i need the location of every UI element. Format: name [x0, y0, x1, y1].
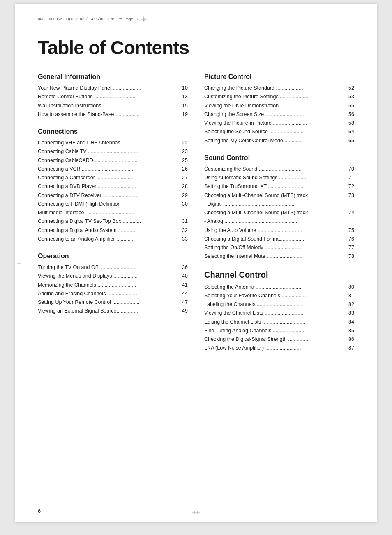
- toc-item: Connecting a VCR .......................…: [38, 165, 188, 174]
- toc-item: Viewing an External Signal Source.......…: [38, 307, 188, 315]
- toc-page: 73: [344, 191, 354, 200]
- toc-label: Selecting the Internal Mute ............…: [204, 252, 344, 261]
- toc-label: Viewing the DNIe Demonstration .........…: [204, 102, 344, 110]
- section-title-picture: Picture Control: [204, 73, 354, 81]
- right-column: Picture Control Changing the Picture Sta…: [204, 73, 354, 362]
- toc-page: 13: [178, 93, 188, 101]
- toc-page: 29: [178, 191, 188, 200]
- toc-item: Setting the My Color Control Mode.......…: [204, 137, 354, 145]
- toc-item: Choosing a Multi-Channel Sound (MTS) tra…: [204, 208, 354, 226]
- toc-item: Choosing a Digital Sound Format.........…: [204, 235, 354, 243]
- toc-item: Connecting a Digital TV Set-Top Box.....…: [38, 217, 188, 226]
- toc-label: Viewing the Channel Lists ..............…: [204, 309, 344, 317]
- toc-label: Choosing a Multi-Channel Sound (MTS) tra…: [204, 191, 344, 209]
- toc-item: Connecting a Digital Audio System ......…: [38, 226, 188, 235]
- toc-label: Connecting a Digital TV Set-Top Box.....…: [38, 217, 178, 226]
- toc-item: Viewing the DNIe Demonstration .........…: [204, 102, 354, 110]
- toc-label: Connecting Cable TV ....................…: [38, 147, 178, 156]
- toc-label: Setting the TruSurround XT..............…: [204, 182, 344, 191]
- toc-item: How to assemble the Stand-Base .........…: [38, 110, 188, 119]
- toc-item: Editing the Channel Lists ..............…: [204, 318, 354, 327]
- toc-item: Viewing the Menus and Displays .........…: [38, 272, 188, 280]
- toc-page: 27: [178, 174, 188, 182]
- section-connections: Connections Connecting VHF and UHF Anten…: [38, 128, 188, 243]
- toc-label: Connecting CableCARD ...................…: [38, 156, 178, 165]
- toc-label: Wall Installation Instructions .........…: [38, 102, 178, 110]
- page: BN68-00835A-00(002~035) 4/6/05 8:19 PM P…: [15, 4, 377, 522]
- toc-page: 71: [344, 174, 354, 182]
- toc-item: Changing the Screen Size ...............…: [204, 110, 354, 119]
- section-channel-control: Channel Control Selecting the Antenna ..…: [204, 270, 354, 353]
- toc-page: 30: [178, 200, 188, 208]
- toc-label: Turning the TV On and Off ..............…: [38, 263, 178, 272]
- toc-label: Connecting VHF and UHF Antennas ........…: [38, 139, 178, 147]
- section-title-general: General Information: [38, 73, 188, 81]
- side-mark-left: [17, 263, 21, 264]
- toc-page: 64: [344, 127, 354, 136]
- toc-item: Changing the Picture Standard ..........…: [204, 84, 354, 93]
- toc-label: Changing the Screen Size ...............…: [204, 110, 344, 119]
- toc-page: 74: [344, 208, 354, 217]
- toc-label: Editing the Channel Lists ..............…: [204, 318, 344, 327]
- toc-page: 70: [344, 165, 354, 174]
- toc-page: 81: [344, 292, 354, 300]
- toc-label: Remote Control Buttons .................…: [38, 93, 178, 101]
- toc-page: 44: [178, 290, 188, 298]
- toc-label: Connecting a DVD Player ................…: [38, 182, 178, 191]
- toc-page: 23: [178, 147, 188, 156]
- toc-page: 32: [178, 226, 188, 235]
- section-title-sound: Sound Control: [204, 154, 354, 162]
- section-general-information: General Information Your New Plasma Disp…: [38, 73, 188, 119]
- toc-page: 53: [344, 93, 354, 101]
- toc-label: Choosing a Digital Sound Format.........…: [204, 235, 344, 243]
- toc-item: Selecting Your Favorite Channels .......…: [204, 292, 354, 300]
- left-column: General Information Your New Plasma Disp…: [38, 73, 188, 362]
- toc-page: 41: [178, 281, 188, 290]
- toc-label: Connecting a Camcorder .................…: [38, 174, 178, 182]
- toc-item: Checking the Digital-Signal Strength ...…: [204, 335, 354, 344]
- toc-item: Viewing the Channel Lists ..............…: [204, 309, 354, 317]
- toc-page: 56: [344, 110, 354, 119]
- toc-label: Checking the Digital-Signal Strength ...…: [204, 335, 344, 344]
- toc-label: Adding and Erasing Channels ............…: [38, 290, 178, 298]
- toc-item: Selecting the Internal Mute ............…: [204, 252, 354, 261]
- toc-page: 49: [178, 307, 188, 315]
- toc-label: Connecting to an Analog Amplifier ......…: [38, 235, 178, 243]
- section-title-channel: Channel Control: [204, 270, 354, 280]
- header-bar: BN68-00835A-00(002~035) 4/6/05 8:19 PM P…: [38, 16, 354, 24]
- toc-item: Memorizing the Channels ................…: [38, 281, 188, 290]
- toc-label: Customizing the Picture Settings .......…: [204, 93, 344, 101]
- toc-label: Labeling the Channels...................…: [204, 300, 344, 309]
- toc-page: 83: [344, 309, 354, 317]
- page-wrapper: BN68-00835A-00(002~035) 4/6/05 8:19 PM P…: [0, 0, 392, 535]
- toc-page: 15: [178, 102, 188, 110]
- toc-page: 36: [178, 263, 188, 272]
- toc-page: 40: [178, 272, 188, 280]
- toc-item: Wall Installation Instructions .........…: [38, 102, 188, 110]
- toc-page: 47: [178, 298, 188, 307]
- toc-label: Selecting the Antenna ..................…: [204, 283, 344, 292]
- toc-item: Selecting the Antenna ..................…: [204, 283, 354, 292]
- toc-item: Connecting Cable TV ....................…: [38, 147, 188, 156]
- toc-item: Setting the TruSurround XT..............…: [204, 182, 354, 191]
- toc-label: Connecting to HDMI (High DefinitionMulti…: [38, 200, 178, 218]
- toc-label: Connecting a DTV Receiver ..............…: [38, 191, 178, 200]
- toc-item: Connecting to HDMI (High DefinitionMulti…: [38, 200, 188, 218]
- toc-label: Using the Auto Volume ..................…: [204, 226, 344, 235]
- section-operation: Operation Turning the TV On and Off ....…: [38, 252, 188, 316]
- toc-page: 33: [178, 235, 188, 243]
- toc-item: Customizing the Sound ..................…: [204, 165, 354, 174]
- bottom-crosshair-icon: [192, 508, 200, 518]
- toc-item: Connecting to an Analog Amplifier ......…: [38, 235, 188, 243]
- toc-label: How to assemble the Stand-Base .........…: [38, 110, 178, 119]
- toc-label: Selecting the Sound Source .............…: [204, 127, 344, 136]
- toc-item: Connecting a DVD Player ................…: [38, 182, 188, 191]
- toc-label: Memorizing the Channels ................…: [38, 281, 178, 290]
- toc-item: Adding and Erasing Channels ............…: [38, 290, 188, 298]
- toc-page: 85: [344, 327, 354, 335]
- page-number: 6: [38, 508, 41, 514]
- toc-page: 65: [344, 137, 354, 145]
- toc-page: 10: [178, 84, 188, 93]
- toc-item: Customizing the Picture Settings .......…: [204, 93, 354, 101]
- toc-label: Viewing an External Signal Source.......…: [38, 307, 178, 315]
